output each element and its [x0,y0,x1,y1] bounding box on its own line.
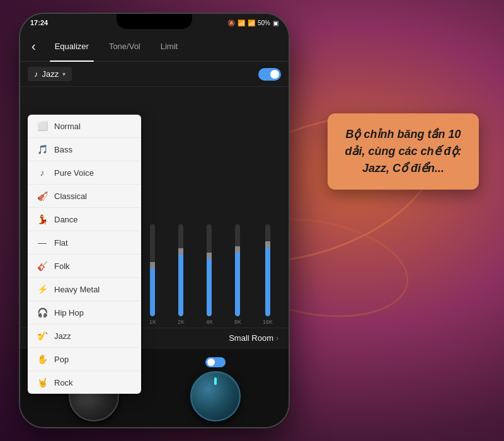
slider-thumb-2k[interactable] [178,248,183,255]
freq-label-8k: 8K [234,319,241,325]
app-header: ‹ Equalizer Tone/Vol Limit [20,32,289,62]
slider-track-8k[interactable] [235,224,240,316]
reverb-value-text: Small Room [229,333,273,343]
dropdown-item-folk[interactable]: 🎸 Folk [28,255,141,278]
hip-hop-icon: 🎧 [37,307,48,318]
dropdown-item-flat[interactable]: — Flat [28,231,141,255]
knob-group-2 [190,357,241,421]
dropdown-item-pop[interactable]: ✋ Pop [28,348,141,371]
music-icon: ♪ [34,69,38,79]
dropdown-item-label-pop: Pop [54,355,69,364]
eq-bars-area: 1K 2K [134,87,289,328]
knob-2[interactable] [190,371,241,421]
slider-thumb-4k[interactable] [207,253,212,259]
rock-icon: 🤘 [37,377,48,387]
pure-voice-icon: ♪ [37,168,48,178]
slider-thumb-8k[interactable] [235,246,240,253]
dropdown-item-label-pure-voice: Pure Voice [54,168,94,178]
dropdown-item-classical[interactable]: 🎻 Classical [28,185,141,208]
phone-wrapper: 17:24 🔕 📶 📶 50% ▣ ‹ Equalizer Tone/Vol [19,13,290,428]
slider-track-16k[interactable] [265,224,270,316]
dropdown-item-dance[interactable]: 💃 Dance [28,208,141,231]
eq-slider-16k[interactable]: 16K [263,224,273,325]
slider-fill-1k [150,266,155,316]
mute-icon: 🔕 [227,20,235,26]
status-icons: 🔕 📶 📶 50% ▣ [227,20,278,26]
preset-selected-label: Jazz [42,69,59,79]
classical-icon: 🎻 [37,191,48,201]
dropdown-item-normal[interactable]: ⬜ Normal [28,115,141,138]
dropdown-item-label-dance: Dance [54,215,78,224]
slider-fill-16k [265,244,270,316]
dropdown-item-label-jazz: Jazz [54,331,71,341]
freq-label-1k: 1K [149,319,156,325]
slider-fill-8k [235,250,240,316]
dropdown-arrow-icon: ▾ [62,71,66,77]
dropdown-item-label-heavy-metal: Heavy Metal [54,285,100,294]
slider-track-1k[interactable] [150,224,155,316]
freq-label-4k: 4K [206,319,213,325]
dropdown-item-label-hip-hop: Hip Hop [54,308,84,318]
slider-track-4k[interactable] [207,224,212,316]
slider-thumb-16k[interactable] [265,241,270,248]
eq-slider-4k[interactable]: 4K [206,224,213,325]
slider-fill-4k [207,256,212,316]
dropdown-item-label-rock: Rock [54,378,73,387]
folk-icon: 🎸 [37,261,48,271]
signal-icon: 📶 [248,20,255,26]
dropdown-item-jazz[interactable]: 🎷 Jazz [28,324,141,348]
dropdown-item-label-classical: Classical [54,192,87,201]
dropdown-item-label-flat: Flat [54,238,68,248]
dropdown-menu: ⬜ Normal 🎵 Bass ♪ Pure Voice 🎻 Classical… [28,115,141,394]
tab-tone-vol[interactable]: Tone/Vol [99,32,151,62]
header-tabs: Equalizer Tone/Vol Limit [42,32,284,62]
slider-thumb-1k[interactable] [150,262,155,268]
knob-toggle-2[interactable] [205,357,226,367]
preset-selector[interactable]: ♪ Jazz ▾ [28,67,72,81]
battery-icon: ▣ [273,20,278,26]
dropdown-item-label-folk: Folk [54,261,70,271]
dropdown-item-heavy-metal[interactable]: ⚡ Heavy Metal [28,278,141,301]
freq-label-16k: 16K [263,319,273,325]
preset-row: ♪ Jazz ▾ [20,62,289,87]
dropdown-item-label-bass: Bass [54,145,72,154]
flat-icon: — [37,238,48,248]
dropdown-item-pure-voice[interactable]: ♪ Pure Voice [28,161,141,185]
heavy-metal-icon: ⚡ [37,284,48,294]
reverb-chevron-icon: › [276,334,278,343]
status-time: 17:24 [30,19,48,26]
bass-icon: 🎵 [37,144,48,154]
dropdown-item-label-normal: Normal [54,122,81,131]
dropdown-item-rock[interactable]: 🤘 Rock [28,371,141,394]
dropdown-item-hip-hop[interactable]: 🎧 Hip Hop [28,301,141,324]
pop-icon: ✋ [37,354,48,364]
info-box: Bộ chỉnh băng tần 10 dải, cùng các chế đ… [328,113,479,190]
battery-text: 50% [258,20,270,26]
eq-slider-1k[interactable]: 1K [149,224,156,325]
eq-slider-8k[interactable]: 8K [234,224,241,325]
freq-label-2k: 2K [178,319,185,325]
info-text: Bộ chỉnh băng tần 10 dải, cùng các chế đ… [341,126,465,177]
eq-toggle[interactable] [258,68,281,81]
eq-sliders: 1K 2K [141,93,281,328]
reverb-value[interactable]: Small Room › [229,333,278,343]
phone: 17:24 🔕 📶 📶 50% ▣ ‹ Equalizer Tone/Vol [19,13,290,428]
tab-limit[interactable]: Limit [151,32,188,62]
slider-track-2k[interactable] [178,224,183,316]
dropdown-item-bass[interactable]: 🎵 Bass [28,138,141,161]
slider-fill-2k [178,252,183,316]
notch [117,14,192,29]
eq-slider-2k[interactable]: 2K [178,224,185,325]
dance-icon: 💃 [37,214,48,224]
back-button[interactable]: ‹ [25,39,42,54]
normal-icon: ⬜ [37,121,48,131]
app-body: ♪ Jazz ▾ ⬜ Normal 🎵 Bass ♪ Pure Vo [20,62,289,428]
jazz-icon: 🎷 [37,331,48,341]
wifi-icon: 📶 [238,20,245,26]
tab-equalizer[interactable]: Equalizer [45,32,99,62]
